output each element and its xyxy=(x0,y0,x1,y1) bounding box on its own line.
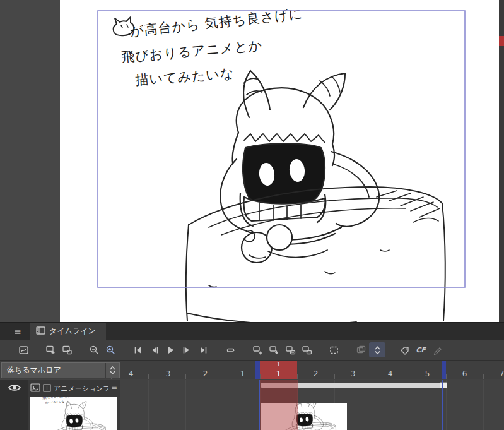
dropdown-spinner-icon[interactable] xyxy=(105,363,119,378)
ruler-tick xyxy=(409,374,409,379)
ruler-frame--2[interactable]: -2 xyxy=(185,361,223,379)
ruler-frame-5[interactable]: 5 xyxy=(409,361,446,379)
track-gridline xyxy=(148,380,149,430)
zoom-in-icon[interactable] xyxy=(102,342,119,357)
curve-editor-icon[interactable] xyxy=(15,342,32,357)
edit-timeline-icon[interactable] xyxy=(429,342,445,357)
replace-cel-icon[interactable] xyxy=(282,342,298,357)
ruler-frame-label: 5 xyxy=(409,369,446,378)
layer-name: アニメーションフ xyxy=(54,384,108,393)
animation-folder-row[interactable]: アニメーションフ ≡ xyxy=(28,380,120,397)
ruler-frame-label: 1 xyxy=(260,369,297,378)
loop-playback-icon[interactable] xyxy=(222,342,238,357)
go-to-start-icon[interactable] xyxy=(129,342,146,357)
ruler-frame-6[interactable]: 6 xyxy=(446,361,483,379)
ruler-frame-3[interactable]: 3 xyxy=(334,361,372,379)
ruler-tick xyxy=(446,374,447,379)
ruler-tick xyxy=(334,374,335,379)
ruler-tick xyxy=(297,374,298,379)
ruler-frame--3[interactable]: -3 xyxy=(148,361,185,379)
timeline-tab-icon xyxy=(36,326,45,337)
onion-skin-icon[interactable] xyxy=(353,342,369,357)
track-gridline xyxy=(483,380,484,430)
palette-divider xyxy=(120,380,120,430)
batch-specify-cel-icon[interactable] xyxy=(298,342,315,357)
ruler-frame--1[interactable]: -1 xyxy=(223,361,260,379)
light-table-icon[interactable] xyxy=(396,342,413,357)
current-frame-column xyxy=(260,380,298,430)
ruler-frame-label: 3 xyxy=(334,369,372,378)
timeline-tabbar: ≡ タイムライン xyxy=(0,323,504,340)
specify-cel-icon[interactable] xyxy=(266,342,282,357)
ruler-tick xyxy=(372,374,372,379)
track-gridline xyxy=(223,380,223,430)
ruler-frame-label: -1 xyxy=(223,369,260,378)
zoom-out-icon[interactable] xyxy=(86,342,102,357)
track-gridline xyxy=(185,380,186,430)
clip-selector[interactable]: 落ちるマホロア xyxy=(1,362,120,378)
ruler-frame-label: -2 xyxy=(185,369,223,378)
ruler-tick xyxy=(185,374,186,379)
play-icon[interactable] xyxy=(162,342,179,357)
timeline-settings-icon[interactable] xyxy=(59,342,75,357)
cf-label: CF xyxy=(416,346,426,354)
ruler-frame-label: 7 xyxy=(483,369,504,378)
ruler-frame-1[interactable]: 11 xyxy=(260,361,297,379)
timeline-toolbar: CF xyxy=(0,340,504,361)
drawing-canvas[interactable] xyxy=(60,0,499,322)
ruler-frame-label: -3 xyxy=(148,369,185,378)
cf-icon[interactable]: CF xyxy=(413,342,429,357)
right-panel-strip xyxy=(499,0,504,322)
collapsed-panel-marker[interactable] xyxy=(499,36,504,46)
ruler-tick xyxy=(483,374,484,379)
go-to-end-icon[interactable] xyxy=(195,342,211,357)
ruler-frame-2[interactable]: 2 xyxy=(297,361,334,379)
clip-duration-handle[interactable] xyxy=(440,382,447,388)
ruler-frame-7[interactable]: 7 xyxy=(483,361,504,379)
frame-cursor-number: 1 xyxy=(260,361,297,367)
new-timeline-icon[interactable] xyxy=(42,342,59,357)
layer-menu-icon[interactable]: ≡ xyxy=(111,384,117,393)
ruler-tick xyxy=(223,374,223,379)
next-frame-icon[interactable] xyxy=(179,342,195,357)
app-window: ≡ タイムライン xyxy=(0,0,504,430)
ruler-frame-label: 4 xyxy=(372,369,409,378)
tab-timeline[interactable]: タイムライン xyxy=(30,323,106,340)
cel-settings-icon[interactable] xyxy=(325,342,342,357)
ruler-frame-label: 2 xyxy=(297,369,334,378)
range-end-line xyxy=(442,380,443,430)
cel-stepper-icon[interactable] xyxy=(369,342,385,357)
ruler-frame-4[interactable]: 4 xyxy=(372,361,409,379)
layer-thumbnail[interactable] xyxy=(30,397,117,430)
timeline-tab-label: タイムライン xyxy=(49,326,96,337)
ruler-tick xyxy=(260,374,261,379)
canvas-area xyxy=(0,0,504,322)
previous-frame-icon[interactable] xyxy=(146,342,162,357)
layer-thumbnail-icon xyxy=(30,383,40,395)
timeline-panel: ≡ タイムライン xyxy=(0,322,504,430)
expand-icon[interactable] xyxy=(43,383,51,395)
layer-gutter xyxy=(0,380,28,430)
new-animation-cel-icon[interactable] xyxy=(249,342,266,357)
ruler-frame-label: 6 xyxy=(446,369,483,378)
layer-palette-lower xyxy=(28,397,120,430)
range-start-line xyxy=(259,380,260,430)
ruler-tick xyxy=(148,374,149,379)
eye-icon[interactable] xyxy=(8,382,21,393)
panel-menu-icon[interactable]: ≡ xyxy=(11,326,24,337)
clip-name: 落ちるマホロア xyxy=(2,365,105,376)
